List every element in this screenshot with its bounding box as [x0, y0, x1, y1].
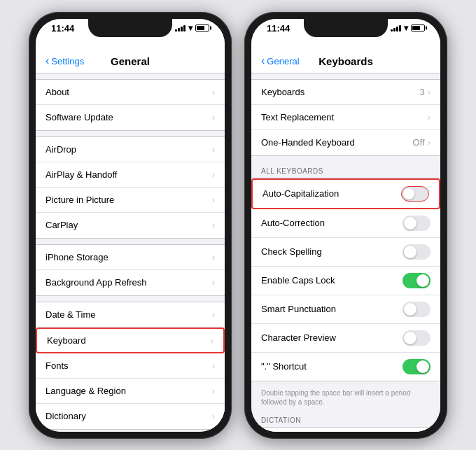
chevron-icon: ›	[212, 252, 215, 262]
nav-back-right[interactable]: ‹ General	[261, 55, 300, 66]
back-label-right: General	[267, 56, 299, 66]
auto-capitalization-item[interactable]: Auto-Capitalization	[251, 178, 440, 209]
list-item[interactable]: AirDrop ›	[36, 137, 225, 162]
character-preview-item[interactable]: Character Preview	[251, 324, 440, 353]
signal-bar-3	[181, 27, 183, 31]
toggle-knob	[404, 303, 416, 316]
chevron-icon: ›	[428, 87, 430, 97]
chevron-icon: ›	[212, 87, 215, 97]
settings-scroll-left: About › Software Update ›	[36, 73, 225, 432]
chevron-icon: ›	[212, 195, 215, 205]
list-item[interactable]: About ›	[36, 80, 225, 105]
time-left: 11:44	[51, 23, 74, 34]
character-preview-toggle[interactable]	[402, 330, 430, 346]
list-item[interactable]: Background App Refresh ›	[36, 270, 225, 295]
keyboards-top-group: Keyboards 3 › Text Replacement › One-H	[251, 79, 440, 156]
back-chevron-left: ‹	[46, 55, 49, 66]
status-bar-left: 11:44 ▾	[36, 23, 225, 34]
chevron-icon: ›	[428, 137, 430, 148]
list-item[interactable]: AirPlay & Handoff ›	[36, 162, 225, 188]
settings-scroll-right: Keyboards 3 › Text Replacement › One-H	[251, 73, 440, 432]
chevron-icon: ›	[212, 112, 215, 122]
toggle-knob	[404, 332, 416, 344]
toggle-knob	[416, 274, 429, 287]
battery-icon-left	[195, 24, 209, 31]
shortcut-item[interactable]: "." Shortcut	[251, 353, 440, 381]
caps-lock-item[interactable]: Enable Caps Lock	[251, 267, 440, 295]
smart-punctuation-item[interactable]: Smart Punctuation	[251, 295, 440, 324]
signal-bar-2	[393, 28, 396, 31]
signal-bars-left	[175, 24, 186, 31]
list-item[interactable]: Text Replacement ›	[251, 105, 440, 130]
auto-capitalization-toggle[interactable]	[401, 186, 429, 202]
battery-icon-right	[411, 24, 425, 31]
chevron-icon: ›	[428, 112, 430, 122]
auto-correction-toggle[interactable]	[402, 216, 430, 231]
status-bar-right: 11:44 ▾	[251, 23, 440, 34]
caps-lock-toggle[interactable]	[402, 273, 430, 288]
section-label-all-keyboards: ALL KEYBOARDS	[251, 162, 440, 178]
chevron-icon: ›	[212, 411, 215, 421]
chevron-icon: ›	[212, 277, 215, 288]
chevron-icon: ›	[212, 309, 215, 320]
chevron-icon: ›	[211, 335, 214, 346]
smart-punctuation-toggle[interactable]	[402, 302, 430, 317]
status-icons-right: ▾	[391, 23, 425, 33]
check-spelling-item[interactable]: Check Spelling	[251, 238, 440, 267]
section-label-dictation: DICTATION	[251, 411, 440, 427]
phone-right: 11:44 ▾	[244, 12, 447, 439]
check-spelling-toggle[interactable]	[402, 244, 430, 260]
list-item[interactable]: Keyboards 3 ›	[251, 80, 440, 105]
list-item[interactable]: Date & Time ›	[36, 302, 225, 328]
status-icons-left: ▾	[175, 23, 209, 33]
toggle-knob	[403, 188, 414, 199]
chevron-icon: ›	[212, 360, 215, 371]
phone-left-screen: 11:44 ▾	[36, 19, 225, 432]
settings-group-1: About › Software Update ›	[36, 79, 225, 131]
list-item[interactable]: iPhone Storage ›	[36, 245, 225, 270]
chevron-icon: ›	[212, 169, 215, 180]
toggle-knob	[404, 217, 416, 230]
signal-bar-3	[396, 27, 398, 31]
shortcut-toggle[interactable]	[402, 359, 430, 374]
nav-back-left[interactable]: ‹ Settings	[46, 55, 84, 66]
notch-bar-left: 11:44 ▾	[36, 19, 225, 50]
settings-group-2: AirDrop › AirPlay & Handoff › Picture in…	[36, 136, 225, 239]
dictation-group: Enable Dictation	[251, 427, 440, 432]
signal-bar-4	[183, 25, 186, 31]
list-item[interactable]: CarPlay ›	[36, 213, 225, 238]
signal-bars-right	[391, 24, 401, 31]
list-item[interactable]: Dictionary ›	[36, 404, 225, 429]
time-right: 11:44	[267, 23, 290, 34]
list-item[interactable]: Software Update ›	[36, 105, 225, 130]
nav-title-left: General	[111, 55, 150, 67]
shortcut-note: Double tapping the space bar will insert…	[251, 387, 440, 411]
signal-bar-1	[391, 29, 393, 31]
toggle-knob	[404, 246, 416, 258]
enable-dictation-item[interactable]: Enable Dictation	[251, 428, 440, 432]
list-item[interactable]: Fonts ›	[36, 353, 225, 379]
wifi-icon-left: ▾	[188, 23, 192, 33]
back-chevron-right: ‹	[261, 55, 265, 66]
wifi-icon-right: ▾	[404, 23, 408, 33]
back-label-left: Settings	[51, 56, 84, 66]
auto-correction-item[interactable]: Auto-Correction	[251, 209, 440, 238]
nav-bar-right: ‹ General Keyboards	[251, 50, 440, 73]
signal-bar-2	[178, 28, 180, 31]
nav-title-right: Keyboards	[318, 55, 373, 67]
chevron-icon: ›	[212, 220, 215, 230]
phone-right-screen: 11:44 ▾	[251, 19, 440, 432]
phone-left: 11:44 ▾	[29, 12, 232, 439]
toggle-knob	[416, 360, 429, 373]
chevron-icon: ›	[212, 144, 215, 155]
signal-bar-4	[399, 25, 401, 31]
chevron-icon: ›	[212, 386, 215, 396]
settings-group-3: iPhone Storage › Background App Refresh …	[36, 244, 225, 296]
phones-container: 11:44 ▾	[18, 1, 458, 450]
list-item[interactable]: Picture in Picture ›	[36, 188, 225, 213]
keyboard-item[interactable]: Keyboard ›	[36, 328, 225, 353]
list-item[interactable]: Language & Region ›	[36, 379, 225, 404]
signal-bar-1	[175, 29, 177, 31]
battery-fill-right	[412, 26, 420, 30]
list-item[interactable]: One-Handed Keyboard Off ›	[251, 130, 440, 155]
